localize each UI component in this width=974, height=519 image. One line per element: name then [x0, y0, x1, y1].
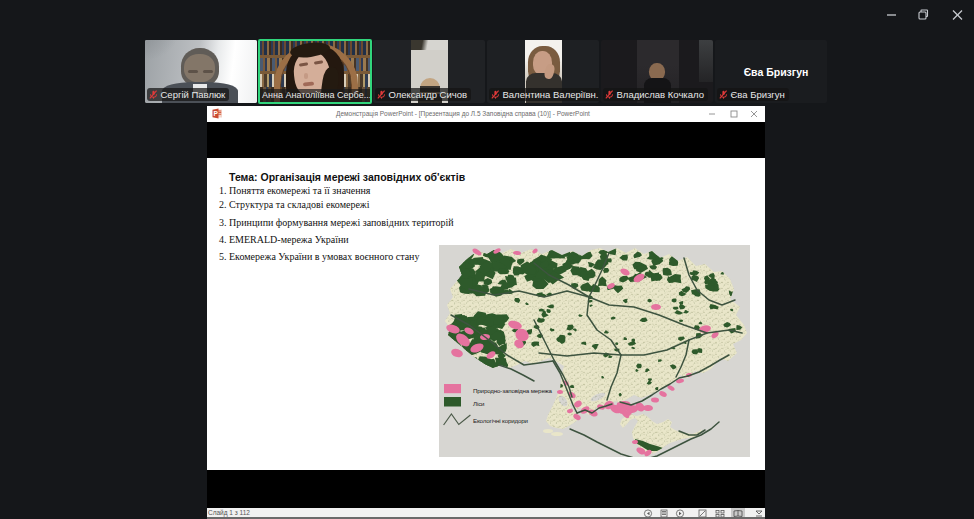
svg-text:Ліси: Ліси	[473, 400, 485, 407]
svg-text:Екологічні коридори: Екологічні коридори	[473, 417, 529, 424]
svg-text:Природно-заповідна мережа: Природно-заповідна мережа	[473, 387, 553, 394]
